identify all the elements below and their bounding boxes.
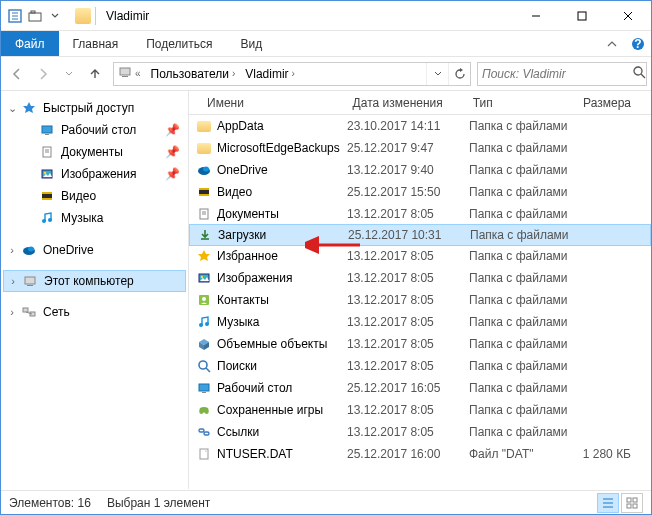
games-icon [195,403,213,417]
svg-point-47 [201,276,203,278]
file-date: 25.12.2017 10:31 [348,228,470,242]
file-row[interactable]: OneDrive13.12.2017 9:40Папка с файлами [189,159,651,181]
star-icon [21,100,37,116]
column-type[interactable]: Тип [465,96,575,110]
chevron-right-icon[interactable]: › [5,244,19,256]
file-row[interactable]: Документы13.12.2017 8:05Папка с файлами [189,203,651,225]
file-row[interactable]: NTUSER.DAT25.12.2017 16:00Файл "DAT"1 28… [189,443,651,465]
svg-point-51 [205,322,209,326]
up-button[interactable] [83,62,107,86]
nav-quick-access[interactable]: ⌄ Быстрый доступ [1,97,188,119]
tab-file[interactable]: Файл [1,31,59,56]
svg-rect-66 [633,504,637,508]
nav-onedrive[interactable]: › OneDrive [1,239,188,261]
chevron-right-icon[interactable]: › [5,306,19,318]
file-name: Видео [213,185,347,199]
title-bar: Vladimir [1,1,651,31]
back-button[interactable] [5,62,29,86]
address-seg-0[interactable]: Пользователи› [147,63,242,85]
maximize-button[interactable] [559,1,605,30]
nav-quick-item[interactable]: Документы📌 [1,141,188,163]
file-row[interactable]: Избранное13.12.2017 8:05Папка с файлами [189,245,651,267]
file-row[interactable]: Изображения13.12.2017 8:05Папка с файлам… [189,267,651,289]
file-row[interactable]: Объемные объекты13.12.2017 8:05Папка с ф… [189,333,651,355]
file-row[interactable]: Загрузки25.12.2017 10:31Папка с файлами [189,224,651,246]
file-list: Имени Дата изменения Тип Размера AppData… [189,91,651,489]
folder-icon [195,121,213,132]
file-row[interactable]: AppData23.10.2017 14:11Папка с файлами [189,115,651,137]
file-row[interactable]: Рабочий стол25.12.2017 16:05Папка с файл… [189,377,651,399]
file-type: Папка с файлами [469,271,581,285]
file-type: Папка с файлами [469,293,581,307]
column-size[interactable]: Размера [575,96,651,110]
forward-button[interactable] [31,62,55,86]
nav-label: Документы [57,145,123,159]
file-name: Объемные объекты [213,337,347,351]
view-thumbnails-button[interactable] [621,493,643,513]
file-row[interactable]: Музыка13.12.2017 8:05Папка с файлами [189,311,651,333]
tab-view[interactable]: Вид [226,31,276,56]
tab-home[interactable]: Главная [59,31,133,56]
close-button[interactable] [605,1,651,30]
tab-share[interactable]: Поделиться [132,31,226,56]
svg-rect-33 [23,308,28,312]
chevron-right-icon[interactable]: › [6,275,20,287]
file-type: Папка с файлами [469,207,581,221]
file-name: Музыка [213,315,347,329]
file-row[interactable]: Сохраненные игры13.12.2017 8:05Папка с ф… [189,399,651,421]
address-seg-1[interactable]: Vladimir› [241,63,301,85]
nav-quick-item[interactable]: Видео [1,185,188,207]
nav-quick-item[interactable]: Рабочий стол📌 [1,119,188,141]
status-item-count: Элементов: 16 [9,496,91,510]
file-date: 25.12.2017 16:00 [347,447,469,461]
pin-icon: 📌 [165,123,180,137]
address-dropdown[interactable] [426,63,448,85]
search-box[interactable] [477,62,647,86]
music-icon [39,210,55,226]
file-type: Папка с файлами [469,381,581,395]
file-date: 13.12.2017 8:05 [347,425,469,439]
address-root[interactable]: « [114,63,147,85]
documents-icon [195,207,213,221]
properties-icon[interactable] [7,8,23,24]
file-name: OneDrive [213,163,347,177]
network-icon [21,304,37,320]
chevron-down-icon[interactable]: ⌄ [5,102,19,115]
nav-quick-item[interactable]: Музыка [1,207,188,229]
nav-quick-item[interactable]: Изображения📌 [1,163,188,185]
nav-this-pc[interactable]: › Этот компьютер [3,270,186,292]
desktop-icon [195,381,213,395]
ribbon-expand-button[interactable] [599,31,625,56]
nav-label: OneDrive [39,243,94,257]
nav-label: Видео [57,189,96,203]
qat-dropdown-icon[interactable] [47,8,63,24]
file-type: Папка с файлами [469,119,581,133]
file-name: AppData [213,119,347,133]
file-type: Папка с файлами [469,185,581,199]
help-button[interactable]: ? [625,31,651,56]
file-date: 13.12.2017 9:40 [347,163,469,177]
3d-icon [195,337,213,351]
address-bar[interactable]: « Пользователи› Vladimir› [113,62,471,86]
new-folder-icon[interactable] [27,8,43,24]
view-details-button[interactable] [597,493,619,513]
documents-icon [39,144,55,160]
column-date[interactable]: Дата изменения [345,96,465,110]
refresh-button[interactable] [448,63,470,85]
file-name: Избранное [213,249,347,263]
history-dropdown[interactable] [57,62,81,86]
file-row[interactable]: Ссылки13.12.2017 8:05Папка с файлами [189,421,651,443]
title-divider [95,7,96,25]
search-icon[interactable] [633,66,646,82]
svg-point-50 [199,323,203,327]
minimize-button[interactable] [513,1,559,30]
file-row[interactable]: Видео25.12.2017 15:50Папка с файлами [189,181,651,203]
file-row[interactable]: MicrosoftEdgeBackups25.12.2017 9:47Папка… [189,137,651,159]
column-name[interactable]: Имени [189,96,345,110]
file-row[interactable]: Поиски13.12.2017 8:05Папка с файлами [189,355,651,377]
nav-network[interactable]: › Сеть [1,301,188,323]
search-input[interactable] [482,67,633,81]
search-icon [195,359,213,373]
pc-icon [118,65,132,82]
file-row[interactable]: Контакты13.12.2017 8:05Папка с файлами [189,289,651,311]
